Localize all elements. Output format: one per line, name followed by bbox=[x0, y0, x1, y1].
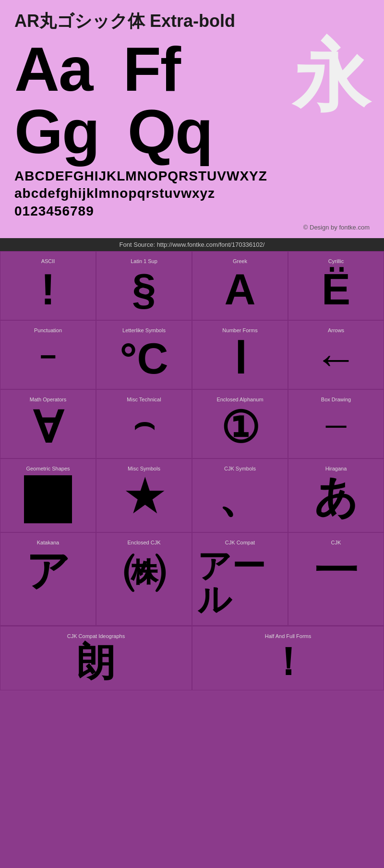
glyph-label-cjkcompatideo: CJK Compat Ideographs bbox=[67, 633, 125, 639]
copyright-text: © Design by fontke.com bbox=[14, 224, 370, 233]
bottom-row: CJK Compat Ideographs 朗 Half And Full Fo… bbox=[0, 626, 384, 690]
preview-section: AR丸ゴシック体 Extra-bold Aa Ff Gg Qq 永 ABCDEF… bbox=[0, 0, 384, 238]
glyph-char-numberforms: Ⅰ bbox=[234, 337, 247, 380]
glyph-char-punctuation: − bbox=[39, 347, 56, 367]
glyph-cell-boxdrawing: Box Drawing ─ bbox=[288, 389, 384, 458]
glyph-label-katakana: Katakana bbox=[37, 540, 59, 545]
glyph-cell-numberforms: Number Forms Ⅰ bbox=[192, 320, 288, 389]
font-source-bar: Font Source: http://www.fontke.com/font/… bbox=[0, 238, 384, 251]
glyph-cell-cjk: CJK 一 bbox=[288, 532, 384, 626]
glyph-char-arrows: ← bbox=[314, 337, 358, 380]
glyph-char-halffullfoms: ！ bbox=[269, 643, 307, 681]
uppercase-line: ABCDEFGHIJKLMNOPQRSTUVWXYZ bbox=[14, 168, 370, 185]
glyph-cell-letterlike: Letterlike Symbols °C bbox=[96, 320, 192, 389]
glyph-char-cyrillic: Ё bbox=[322, 268, 350, 311]
glyph-char-letterlike: °C bbox=[120, 337, 168, 380]
glyph-char-enclosed: ① bbox=[221, 406, 260, 449]
glyph-char-katakana: ア bbox=[26, 549, 70, 592]
glyph-cell-cjkcompat: CJK Compat アール bbox=[192, 532, 288, 626]
char-gg: Gg bbox=[14, 96, 99, 167]
glyph-cell-geoshapes: Geometric Shapes bbox=[0, 458, 96, 532]
glyph-label-arrows: Arrows bbox=[328, 327, 344, 333]
glyph-char-geoshapes bbox=[24, 475, 72, 523]
glyph-cell-misctech: Misc Technical ⌢ bbox=[96, 389, 192, 458]
glyph-cell-miscsym: Misc Symbols ★ bbox=[96, 458, 192, 532]
large-latin-row1: Aa Ff bbox=[14, 38, 283, 100]
large-kanji: 永 bbox=[293, 38, 370, 115]
glyph-cell-latin1sup: Latin 1 Sup § bbox=[96, 251, 192, 320]
glyph-label-greek: Greek bbox=[233, 258, 247, 264]
glyph-label-misctech: Misc Technical bbox=[127, 397, 161, 402]
char-aa: Aa bbox=[14, 34, 92, 104]
glyph-cell-greek: Greek Α bbox=[192, 251, 288, 320]
large-chars-display: Aa Ff Gg Qq 永 bbox=[14, 38, 370, 163]
glyph-char-enclosedcjk: ㈱ bbox=[122, 549, 166, 592]
glyph-label-boxdrawing: Box Drawing bbox=[321, 397, 351, 402]
glyph-cell-katakana: Katakana ア bbox=[0, 532, 96, 626]
glyph-cell-arrows: Arrows ← bbox=[288, 320, 384, 389]
glyph-char-greek: Α bbox=[225, 268, 256, 311]
glyph-char-mathop: ∀ bbox=[33, 406, 63, 449]
glyph-label-latin1sup: Latin 1 Sup bbox=[131, 258, 157, 264]
large-latin-row2: Gg Qq bbox=[14, 100, 283, 163]
glyph-cell-hiragana: Hiragana あ bbox=[288, 458, 384, 532]
glyph-cell-ascii: ASCII ! bbox=[0, 251, 96, 320]
glyph-label-hiragana: Hiragana bbox=[325, 466, 347, 471]
glyph-label-cyrillic: Cyrillic bbox=[328, 258, 344, 264]
glyph-cell-cjksym: CJK Symbols 、 bbox=[192, 458, 288, 532]
glyph-char-latin1sup: § bbox=[132, 268, 156, 311]
glyph-label-mathop: Math Operators bbox=[30, 397, 66, 402]
glyph-cell-cyrillic: Cyrillic Ё bbox=[288, 251, 384, 320]
alphabet-section: ABCDEFGHIJKLMNOPQRSTUVWXYZ abcdefghijklm… bbox=[14, 168, 370, 220]
glyph-grid: ASCII ! Latin 1 Sup § Greek Α Cyrillic Ё… bbox=[0, 251, 384, 626]
lowercase-line: abcdefghijklmnopqrstuvwxyz bbox=[14, 185, 370, 202]
glyph-char-cjk: 一 bbox=[314, 549, 358, 592]
glyph-label-cjksym: CJK Symbols bbox=[224, 466, 256, 471]
glyph-cell-mathop: Math Operators ∀ bbox=[0, 389, 96, 458]
glyph-char-ascii: ! bbox=[41, 268, 55, 311]
glyph-label-geoshapes: Geometric Shapes bbox=[26, 466, 70, 471]
glyph-char-cjkcompat: アール bbox=[197, 549, 283, 616]
glyph-char-miscsym: ★ bbox=[125, 475, 164, 518]
glyph-cell-cjkcompatideo: CJK Compat Ideographs 朗 bbox=[0, 626, 192, 690]
glyph-char-cjkcompatideo: 朗 bbox=[77, 643, 115, 681]
glyph-char-hiragana: あ bbox=[314, 475, 358, 518]
font-title: AR丸ゴシック体 Extra-bold bbox=[14, 10, 370, 33]
char-qq: Qq bbox=[128, 96, 213, 167]
glyph-label-enclosed: Enclosed Alphanum bbox=[216, 397, 263, 402]
glyph-label-numberforms: Number Forms bbox=[222, 327, 257, 333]
glyph-label-enclosedcjk: Enclosed CJK bbox=[127, 540, 160, 545]
glyph-cell-punctuation: Punctuation − bbox=[0, 320, 96, 389]
glyph-cell-halffullfoms: Half And Full Forms ！ bbox=[192, 626, 384, 690]
glyph-label-punctuation: Punctuation bbox=[34, 327, 62, 333]
glyph-char-boxdrawing: ─ bbox=[326, 416, 347, 436]
glyph-label-cjkcompat: CJK Compat bbox=[225, 540, 255, 545]
glyph-cell-enclosed: Enclosed Alphanum ① bbox=[192, 389, 288, 458]
glyph-label-cjk: CJK bbox=[331, 540, 341, 545]
glyph-char-cjksym: 、 bbox=[218, 475, 262, 518]
glyph-cell-enclosedcjk: Enclosed CJK ㈱ bbox=[96, 532, 192, 626]
glyph-label-halffullfoms: Half And Full Forms bbox=[265, 633, 312, 639]
glyph-char-misctech: ⌢ bbox=[133, 406, 155, 440]
glyph-label-miscsym: Misc Symbols bbox=[128, 466, 160, 471]
digits-line: 0123456789 bbox=[14, 203, 370, 220]
glyph-label-ascii: ASCII bbox=[41, 258, 55, 264]
char-ff: Ff bbox=[123, 34, 180, 104]
glyph-label-letterlike: Letterlike Symbols bbox=[122, 327, 166, 333]
